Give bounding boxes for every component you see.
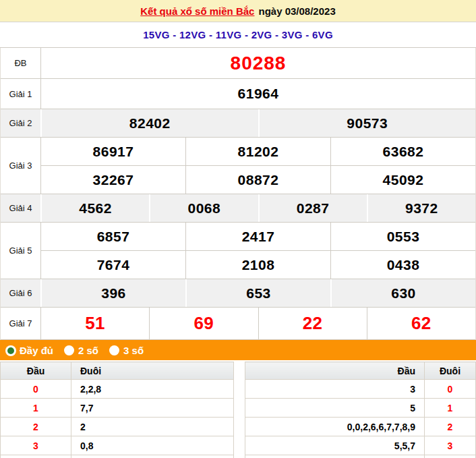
- prize-value: 51: [41, 308, 149, 339]
- stats-left-table: Đầu Đuôi 0 2,2,8 1 7,7 2 2 3 0,8: [0, 362, 234, 458]
- prize-value: 9372: [368, 194, 475, 222]
- prize-row-db: ĐB 80288: [1, 48, 475, 79]
- prize-value: 22: [259, 308, 367, 339]
- dau-header: Đầu: [245, 362, 425, 380]
- duoi-cell: 2: [425, 418, 476, 436]
- dau-cell: 0: [1, 380, 71, 399]
- head-tail-stats: Đầu Đuôi 0 2,2,8 1 7,7 2 2 3 0,8: [0, 362, 476, 458]
- vg-codes-text: 15VG - 12VG - 11VG - 2VG - 3VG - 6VG: [143, 29, 333, 40]
- prize-value: 62: [367, 308, 475, 339]
- duoi-header: Đuôi: [425, 362, 476, 380]
- dau-cell: 2: [1, 418, 71, 436]
- stats-row: 5 1: [245, 399, 476, 418]
- prize-value: 653: [187, 279, 330, 307]
- stats-row: 0 2,2,8: [1, 380, 234, 399]
- radio-label: Đầy đủ: [20, 345, 53, 356]
- prize-value: 630: [332, 279, 475, 307]
- prize-table: ĐB 80288 Giải 1 61964 Giải 2 82402 90573…: [0, 48, 476, 340]
- filter-bar: Đầy đủ 2 số 3 số: [0, 340, 476, 360]
- stats-header-row: Đầu Đuôi: [1, 362, 234, 380]
- stats-row-partial: [1, 455, 234, 458]
- stats-row: 1 7,7: [1, 399, 234, 418]
- header-bar: Kết quả xổ số miền Bắc ngày 03/08/2023: [0, 0, 476, 22]
- prize-value: 45092: [331, 166, 475, 194]
- dau-cell: 5: [245, 399, 425, 418]
- stats-row: 5,5,7 3: [245, 436, 476, 455]
- prize-row-g7: Giải 7 51 69 22 62: [1, 308, 475, 340]
- prize-row-g3: Giải 3 86917 81202 63682 32267 08872 450…: [1, 138, 475, 194]
- prize-value: 7674: [41, 251, 185, 279]
- prize-value: 396: [42, 279, 185, 307]
- prize-value: 4562: [42, 194, 149, 222]
- radio-option-3so[interactable]: 3 số: [109, 345, 144, 356]
- vg-codes-line: 15VG - 12VG - 11VG - 2VG - 3VG - 6VG: [0, 22, 476, 48]
- duoi-cell: 2: [71, 418, 234, 436]
- prize-row-g2: Giải 2 82402 90573: [1, 109, 475, 138]
- stats-row: 3 0,8: [1, 436, 234, 455]
- prize-value: 6857: [41, 223, 185, 250]
- prize-row-g5: Giải 5 6857 2417 0553 7674 2108 0438: [1, 223, 475, 279]
- prize-label-db: ĐB: [1, 48, 40, 78]
- prize-value: 2108: [186, 251, 330, 279]
- prize-value: 0553: [331, 223, 475, 250]
- radio-label: 3 số: [123, 345, 144, 356]
- stats-header-row: Đầu Đuôi: [245, 362, 476, 380]
- prize-label-g6: Giải 6: [1, 279, 40, 307]
- duoi-cell: 7,7: [71, 399, 234, 418]
- stats-right-table: Đầu Đuôi 3 0 5 1 0,0,2,6,6,7,7,8,9 2 5,5…: [245, 362, 476, 458]
- dau-header: Đầu: [1, 362, 71, 380]
- prize-label-g7: Giải 7: [1, 308, 40, 339]
- stats-row: 0,0,2,6,6,7,7,8,9 2: [245, 418, 476, 436]
- dau-cell: 3: [1, 436, 71, 455]
- prize-label-g2: Giải 2: [1, 109, 40, 137]
- prize-value: 81202: [186, 138, 330, 165]
- draw-date: ngày 03/08/2023: [258, 5, 335, 17]
- prize-value: 0438: [331, 251, 475, 279]
- radio-option-2so[interactable]: 2 số: [64, 345, 98, 356]
- prize-row-g4: Giải 4 4562 0068 0287 9372: [1, 194, 475, 223]
- prize-label-g1: Giải 1: [1, 79, 40, 109]
- page-title-link[interactable]: Kết quả xổ số miền Bắc: [140, 5, 254, 17]
- duoi-cell: 3: [425, 436, 476, 455]
- prize-value: 08872: [186, 166, 330, 194]
- radio-selected-icon: [7, 347, 14, 354]
- prize-db-value: 80288: [41, 48, 475, 78]
- prize-row-g1: Giải 1 61964: [1, 79, 475, 109]
- stats-row: 2 2: [1, 418, 234, 436]
- stats-row: 3 0: [245, 380, 476, 399]
- dau-cell: 3: [245, 380, 425, 399]
- dau-cell: 0,0,2,6,6,7,7,8,9: [245, 418, 425, 436]
- prize-value: 32267: [41, 166, 185, 194]
- duoi-cell: 0: [425, 380, 476, 399]
- prize-value: 0287: [260, 194, 367, 222]
- duoi-cell: 0,8: [71, 436, 234, 455]
- dau-cell: 5,5,7: [245, 436, 425, 455]
- prize-row-g6: Giải 6 396 653 630: [1, 279, 475, 308]
- prize-label-g5: Giải 5: [1, 223, 40, 279]
- radio-unselected-icon: [64, 345, 74, 355]
- duoi-header: Đuôi: [71, 362, 234, 380]
- prize-value: 0068: [150, 194, 258, 222]
- prize-label-g4: Giải 4: [1, 194, 40, 222]
- radio-unselected-icon: [109, 345, 119, 355]
- prize-value: 90573: [260, 109, 476, 137]
- stats-row-partial: [245, 455, 476, 458]
- prize-value: 82402: [42, 109, 258, 137]
- prize-value: 63682: [331, 138, 475, 165]
- prize-value: 61964: [41, 79, 475, 109]
- duoi-cell: 2,2,8: [71, 380, 234, 399]
- dau-cell: 1: [1, 399, 71, 418]
- prize-value: 69: [150, 308, 258, 339]
- prize-value: 86917: [41, 138, 185, 165]
- radio-label: 2 số: [78, 345, 98, 356]
- prize-label-g3: Giải 3: [1, 138, 40, 194]
- duoi-cell: 1: [425, 399, 476, 418]
- radio-option-full[interactable]: Đầy đủ: [5, 345, 53, 356]
- prize-value: 2417: [186, 223, 330, 250]
